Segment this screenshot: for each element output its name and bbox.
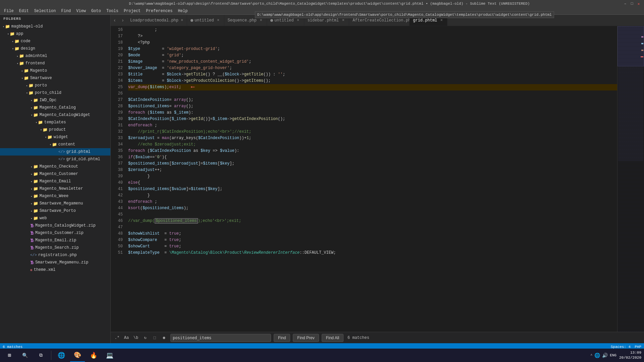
tree-item-Magento_CatalogWidget.zip[interactable]: 🗜Magento_CatalogWidget.zip bbox=[0, 222, 110, 229]
tree-item-grid_old.phtml[interactable]: </>grid_old.phtml bbox=[0, 156, 110, 163]
tree-item-porto_child[interactable]: ▾📁porto_child bbox=[0, 89, 110, 97]
tree-item-IWD_Opc[interactable]: ▸📁IWD_Opc bbox=[0, 97, 110, 104]
tree-item-porto[interactable]: ▸📁porto bbox=[0, 82, 110, 89]
taskbar-app-sublime[interactable]: 🎨 bbox=[70, 349, 85, 362]
tab-close-untitled2[interactable]: × bbox=[296, 18, 301, 23]
tree-item-adminhtml[interactable]: ▸📁adminhtml bbox=[0, 52, 110, 60]
tab-loadproductmodal[interactable]: Loadproductmodal.php× bbox=[127, 15, 187, 26]
menu-item-tools[interactable]: Tools bbox=[104, 8, 121, 14]
tree-item-design[interactable]: ▾📁design bbox=[0, 45, 110, 52]
taskbar-taskview[interactable]: ⧉ bbox=[34, 349, 48, 362]
tree-item-Smartwave_Porto[interactable]: ▸📁Smartwave_Porto bbox=[0, 207, 110, 215]
minimize-button[interactable]: – bbox=[623, 1, 628, 6]
tree-item-Magento_CatalogWidget[interactable]: ▾📁Magento_CatalogWidget bbox=[0, 111, 110, 119]
tree-item-code[interactable]: ▸📁code bbox=[0, 38, 110, 45]
clock[interactable]: 13:09 20/02/2020 bbox=[619, 350, 641, 361]
tree-item-Magento_Checkout[interactable]: ▸📁Magento_Checkout bbox=[0, 163, 110, 170]
taskbar-app-4[interactable]: 💻 bbox=[102, 349, 117, 362]
tree-arrow-adminhtml: ▸ bbox=[17, 55, 18, 58]
find-prev-button[interactable]: Find Prev bbox=[293, 334, 319, 342]
code-line-18: <?php bbox=[128, 40, 617, 46]
tree-item-registration.php[interactable]: </>registration.php bbox=[0, 251, 110, 259]
tree-item-Magento_Customer[interactable]: ▸📁Magento_Customer bbox=[0, 170, 110, 178]
volume-icon[interactable]: 🔊 bbox=[602, 353, 608, 358]
tree-item-Magento_Newsletter[interactable]: ▸📁Magento_Newsletter bbox=[0, 185, 110, 192]
tab-prev-button[interactable]: ‹ bbox=[111, 15, 119, 26]
tree-item-Magento[interactable]: ▸📁Magento bbox=[0, 67, 110, 74]
menu-item-project[interactable]: Project bbox=[121, 8, 143, 14]
maximize-button[interactable]: □ bbox=[629, 1, 635, 6]
find-all-button[interactable]: Find All bbox=[322, 334, 343, 342]
tree-item-Magento_Search.zip[interactable]: 🗜Magento_Search.zip bbox=[0, 244, 110, 251]
tree-item-Magento_Customer.zip[interactable]: 🗜Magento_Customer.zip bbox=[0, 229, 110, 237]
in-selection-toggle[interactable]: ⬚ bbox=[151, 334, 158, 342]
tree-item-Magento_Email[interactable]: ▸📁Magento_Email bbox=[0, 178, 110, 185]
tab-next-button[interactable]: › bbox=[119, 15, 127, 26]
line-number-45: 45 bbox=[111, 212, 123, 218]
line-number-24: 24 bbox=[111, 78, 123, 84]
regex-toggle[interactable]: .* bbox=[113, 334, 121, 342]
tree-item-content[interactable]: ▾📁content bbox=[0, 141, 110, 148]
tree-label-app: app bbox=[16, 32, 23, 36]
line-number-27: 27 bbox=[111, 97, 123, 103]
taskbar-app-browser[interactable]: 🌐 bbox=[54, 349, 69, 362]
tab-close-sidebar[interactable]: × bbox=[341, 18, 345, 23]
tree-arrow-Smartwave_Megamenu: ▸ bbox=[31, 202, 33, 205]
arrow-annotation: ⟵ bbox=[188, 84, 194, 90]
menu-item-goto[interactable]: Goto bbox=[89, 8, 104, 14]
close-button[interactable]: ✕ bbox=[636, 1, 641, 6]
menu-item-selection[interactable]: Selection bbox=[32, 8, 59, 14]
network-icon[interactable]: 🌐 bbox=[594, 353, 600, 358]
menu-item-edit[interactable]: Edit bbox=[16, 8, 32, 14]
tab-untitled[interactable]: untitled× bbox=[187, 15, 224, 26]
menu-item-preferences[interactable]: Preferences bbox=[143, 8, 175, 14]
tab-label-grid: grid.phtml bbox=[413, 18, 437, 23]
tree-item-magbbagel-old[interactable]: ▾📁magbbagel-old bbox=[0, 23, 110, 30]
case-toggle[interactable]: Aa bbox=[123, 334, 130, 342]
tree-item-web[interactable]: ▸📁web bbox=[0, 215, 110, 222]
tree-item-theme.xml[interactable]: ⊛theme.xml bbox=[0, 266, 110, 274]
windows-start-button[interactable]: ⊞ bbox=[3, 349, 16, 362]
folder-icon-porto_child: 📁 bbox=[29, 90, 34, 96]
tree-item-Magento_Email.zip[interactable]: 🗜Magento_Email.zip bbox=[0, 237, 110, 244]
titlebar-controls[interactable]: – □ ✕ bbox=[623, 1, 641, 6]
tree-item-templates[interactable]: ▾📁templates bbox=[0, 119, 110, 126]
code-line-36: if($value=='0'){ bbox=[128, 154, 617, 161]
tab-close-grid[interactable]: × bbox=[439, 18, 444, 23]
find-button[interactable]: Find bbox=[274, 334, 290, 342]
menu-item-help[interactable]: Help bbox=[175, 8, 191, 14]
wrap-toggle[interactable]: ↻ bbox=[142, 334, 149, 342]
tree-item-Smartwave_Megamenu.zip[interactable]: 🗜Smartwave_Megamenu.zip bbox=[0, 259, 110, 266]
tree-item-product[interactable]: ▾📁product bbox=[0, 126, 110, 133]
code-content[interactable]: ; ?> <?php $type = 'widget-product-grid'… bbox=[125, 26, 617, 332]
word-toggle[interactable]: \b bbox=[132, 334, 140, 342]
sidebar-header: FOLDERS bbox=[0, 15, 110, 23]
folder-icon-Smartwave_Megamenu: 📁 bbox=[33, 201, 38, 206]
tab-close-sequence[interactable]: × bbox=[259, 18, 263, 23]
tab-close-loadproductmodal[interactable]: × bbox=[180, 18, 183, 23]
find-input[interactable] bbox=[173, 336, 269, 340]
tree-label-Smartwave_Megamenu: Smartwave_Megamenu bbox=[40, 201, 83, 206]
taskbar-search[interactable]: 🔍 bbox=[17, 349, 32, 362]
tree-item-app[interactable]: ▾📁app bbox=[0, 30, 110, 38]
tree-label-adminhtml: adminhtml bbox=[25, 54, 47, 58]
tab-close-untitled[interactable]: × bbox=[216, 18, 221, 23]
tray-arrow-icon[interactable]: ^ bbox=[590, 354, 592, 357]
code-editor[interactable]: 1617181920212223242526272829303132333435… bbox=[111, 26, 644, 332]
tree-item-Magento_Weee[interactable]: ▸📁Magento_Weee bbox=[0, 192, 110, 200]
tree-item-frontend[interactable]: ▾📁frontend bbox=[0, 60, 110, 67]
taskbar-app-3[interactable]: 🔥 bbox=[86, 349, 101, 362]
file-tree: ▾📁magbbagel-old▾📁app▸📁code▾📁design▸📁admi… bbox=[0, 23, 110, 274]
date: 20/02/2020 bbox=[619, 355, 641, 360]
lang-indicator[interactable]: ENG bbox=[610, 353, 616, 357]
tree-item-widget[interactable]: ▾📁widget bbox=[0, 133, 110, 141]
menu-item-view[interactable]: View bbox=[73, 8, 89, 14]
menu-item-file[interactable]: File bbox=[1, 8, 16, 14]
tree-item-Smartwave[interactable]: ▾📁Smartwave bbox=[0, 74, 110, 82]
tree-item-grid.phtml[interactable]: </>grid.phtml bbox=[0, 148, 110, 156]
tree-item-Magento_Catalog[interactable]: ▸📁Magento_Catalog bbox=[0, 104, 110, 111]
tree-item-Smartwave_Megamenu[interactable]: ▸📁Smartwave_Megamenu bbox=[0, 200, 110, 207]
menu-item-find[interactable]: Find bbox=[58, 8, 73, 14]
highlight-toggle[interactable]: ◉ bbox=[160, 334, 168, 342]
tree-label-Smartwave: Smartwave bbox=[30, 76, 52, 80]
